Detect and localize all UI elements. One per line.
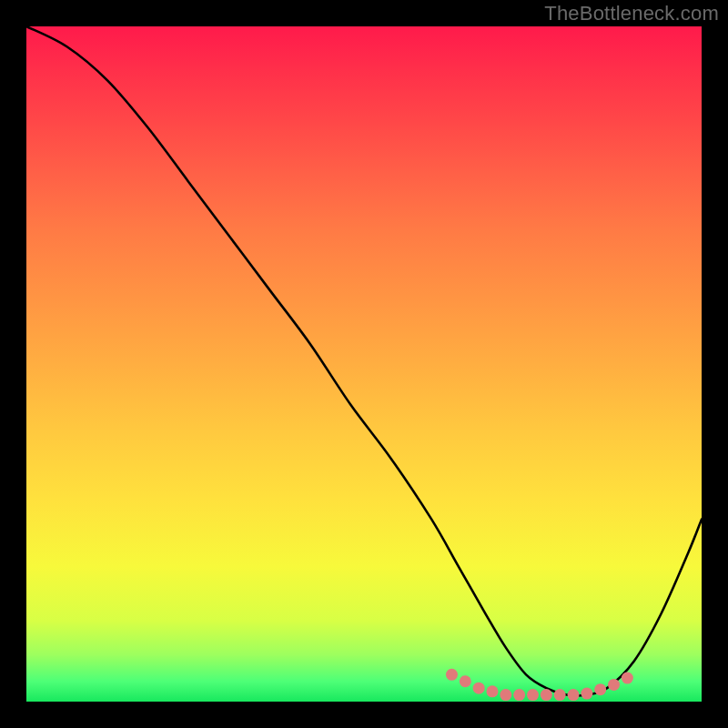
plot-area <box>26 26 702 702</box>
marker-dot <box>473 682 485 694</box>
chart-frame: TheBottleneck.com <box>0 0 728 728</box>
marker-dot <box>581 688 592 700</box>
marker-dot <box>513 689 525 701</box>
marker-dot <box>460 675 471 687</box>
marker-dot <box>594 683 606 695</box>
marker-dot <box>568 689 580 701</box>
marker-dot <box>554 689 566 701</box>
marker-dot <box>608 679 620 691</box>
marker-dot <box>622 672 633 684</box>
marker-dot <box>527 689 539 701</box>
marker-dots <box>26 26 702 702</box>
attribution-text: TheBottleneck.com <box>544 2 719 25</box>
marker-dot <box>486 685 498 697</box>
bottleneck-curve <box>26 26 702 702</box>
marker-dot <box>446 669 458 681</box>
marker-dot <box>541 689 552 701</box>
marker-dot <box>500 689 511 701</box>
